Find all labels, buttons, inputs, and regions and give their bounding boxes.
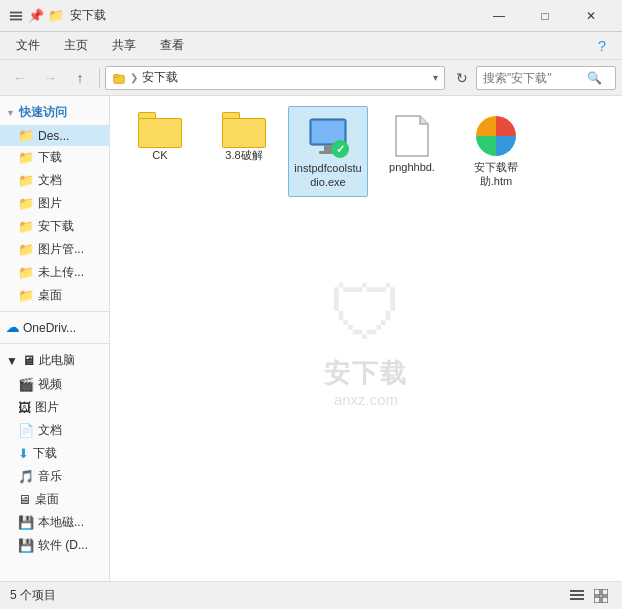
status-count: 5 个项目 [10,587,56,604]
svg-rect-6 [312,121,344,143]
computer-label: 此电脑 [39,352,75,369]
close-button[interactable]: ✕ [568,0,614,32]
back-button[interactable]: ← [6,64,34,92]
sidebar-item-pics[interactable]: 🖼 图片 [0,396,109,419]
sidebar-item-dl[interactable]: ⬇ 下载 [0,442,109,465]
watermark-url: anxz.com [334,391,398,408]
sidebar-item-video[interactable]: 🎬 视频 [0,373,109,396]
sidebar-item-desktop3[interactable]: 🖥 桌面 [0,488,109,511]
address-bar[interactable]: ❯ 安下载 ▾ [105,66,445,90]
svg-rect-15 [594,589,600,595]
sidebar-item-local-disk[interactable]: 💾 本地磁... [0,511,109,534]
sidebar-item-label: Des... [38,129,69,143]
search-box[interactable]: 🔍 [476,66,616,90]
list-view-button[interactable] [566,586,588,606]
svg-rect-7 [324,145,332,151]
svg-rect-4 [114,74,119,77]
sidebar-item-music[interactable]: 🎵 音乐 [0,465,109,488]
view-buttons [566,586,612,606]
svg-text:✓: ✓ [336,143,345,155]
folder-title-icon: 📁 [48,8,64,24]
status-bar: 5 个项目 [0,581,622,609]
sidebar-item-downloads[interactable]: 📁 下载 [0,146,109,169]
file-area: 🛡 安下载 anxz.com CK 3.8破解 [110,96,622,581]
minimize-button[interactable]: — [476,0,522,32]
file-name: CK [152,148,167,162]
sidebar-item-docs[interactable]: 📁 文档 [0,169,109,192]
documents-icon: 📄 [18,423,34,438]
toolbar-sep-1 [99,68,100,88]
folder-icon: 📁 [18,128,34,143]
pin-icon[interactable]: 📌 [28,8,44,24]
menu-bar: 文件 主页 共享 查看 ? [0,32,622,60]
svg-rect-11 [570,590,584,592]
folder-icon [222,112,266,148]
sidebar-item-desktop2[interactable]: 📁 桌面 [0,284,109,307]
sidebar-divider-2 [0,343,109,344]
file-item-ck[interactable]: CK [120,106,200,197]
file-item-crack[interactable]: 3.8破解 [204,106,284,197]
folder-body [222,118,266,148]
sidebar-item-picmgr[interactable]: 📁 图片管... [0,238,109,261]
folder-icon: 📁 [18,242,34,257]
download-icon: ⬇ [18,446,29,461]
files-grid: CK 3.8破解 [120,106,612,197]
sidebar-item-label: 未上传... [38,264,84,281]
sidebar-item-label: 安下载 [38,218,74,235]
sidebar-quick-access-header[interactable]: ▼ 快速访问 [0,100,109,125]
svg-rect-12 [570,594,584,596]
file-item-exe[interactable]: ✓ instpdfcoolstudio.exe [288,106,368,197]
file-name: 3.8破解 [225,148,262,162]
svg-rect-13 [570,598,584,600]
htm-file-icon [474,112,518,160]
sidebar-onedrive-header[interactable]: ☁ OneDriv... [0,316,109,339]
forward-button[interactable]: → [36,64,64,92]
sidebar-item-desktop[interactable]: 📁 Des... [0,125,109,146]
folder-body [138,118,182,148]
up-button[interactable]: ↑ [66,64,94,92]
system-menu-icon[interactable] [8,8,24,24]
pictures-icon: 🖼 [18,400,31,415]
svg-rect-16 [602,589,608,595]
menu-home[interactable]: 主页 [54,34,98,57]
sidebar-item-label: 桌面 [38,287,62,304]
sidebar-item-anxz[interactable]: 📁 安下载 [0,215,109,238]
video-icon: 🎬 [18,377,34,392]
grid-view-button[interactable] [590,586,612,606]
file-item-png[interactable]: pnghhbd. [372,106,452,197]
folder-icon: 📁 [18,219,34,234]
sidebar-item-soft-disk[interactable]: 💾 软件 (D... [0,534,109,557]
search-input[interactable] [483,71,583,85]
address-current: 安下载 [142,69,178,86]
sidebar-item-label: 下载 [38,149,62,166]
generic-file-icon [390,112,434,160]
sidebar-item-label: 音乐 [38,468,62,485]
address-dropdown-icon[interactable]: ▾ [433,72,438,83]
sidebar-item-label: 图片 [35,399,59,416]
onedrive-label: OneDriv... [23,321,76,335]
toolbar: ← → ↑ ❯ 安下载 ▾ ↻ 🔍 [0,60,622,96]
sidebar-item-label: 桌面 [35,491,59,508]
file-item-htm[interactable]: 安下载帮助.htm [456,106,536,197]
address-sep-icon: ❯ [130,72,138,83]
refresh-button[interactable]: ↻ [450,66,474,90]
svg-rect-0 [10,11,22,13]
sidebar-item-label: 图片 [38,195,62,212]
exe-icon: ✓ [304,113,352,161]
menu-file[interactable]: 文件 [6,34,50,57]
disk-icon: 💾 [18,538,34,553]
folder-icon [138,112,182,148]
maximize-button[interactable]: □ [522,0,568,32]
search-icon[interactable]: 🔍 [587,71,602,85]
sidebar-item-upload[interactable]: 📁 未上传... [0,261,109,284]
sidebar-divider-1 [0,311,109,312]
sidebar-computer-header[interactable]: ▼ 🖥 此电脑 [0,348,109,373]
menu-view[interactable]: 查看 [150,34,194,57]
menu-share[interactable]: 共享 [102,34,146,57]
sidebar-item-documents[interactable]: 📄 文档 [0,419,109,442]
sidebar-item-pictures[interactable]: 📁 图片 [0,192,109,215]
quick-access-label: 快速访问 [19,104,67,121]
folder-icon: 📁 [18,173,34,188]
help-button[interactable]: ? [588,32,616,60]
svg-rect-18 [602,597,608,603]
